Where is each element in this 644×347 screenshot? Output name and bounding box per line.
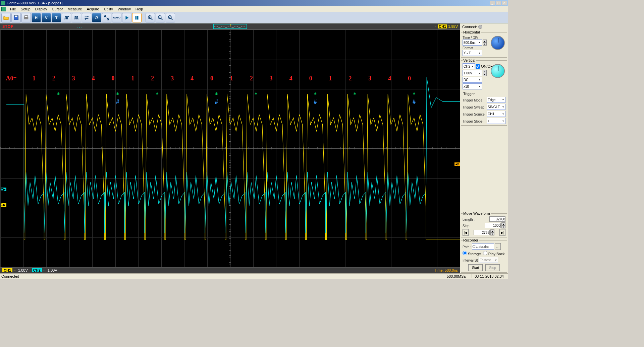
move-last-button[interactable]: ▶| xyxy=(499,229,505,236)
zoomfit-button[interactable] xyxy=(166,13,175,22)
svg-rect-4 xyxy=(136,16,137,19)
position-input[interactable] xyxy=(474,230,490,235)
trigger-source-select[interactable]: CH1 xyxy=(487,111,505,117)
menu-setup[interactable]: Setup xyxy=(19,7,33,11)
menu-file[interactable]: File xyxy=(8,7,18,11)
menu-measure[interactable]: Measure xyxy=(66,7,84,11)
scope-top-strip: STOP ⎍⎍ ↑ CH1 1.95V xyxy=(0,23,460,29)
channel-select[interactable]: CH2 xyxy=(463,63,475,69)
doc-icon xyxy=(1,7,6,11)
save-button[interactable] xyxy=(11,13,21,22)
interval-select: Fastest xyxy=(479,257,498,263)
horizontal-group: Horizontal Time / DIV 500.0ns▲▼ Format Y… xyxy=(461,30,507,58)
r-button[interactable]: R xyxy=(92,13,101,22)
svg-point-8 xyxy=(168,15,171,18)
resize-button[interactable] xyxy=(102,13,111,22)
menu-acquire[interactable]: Acquire xyxy=(85,7,101,11)
minimize-button[interactable]: _ xyxy=(490,1,495,5)
status-bar: Connected 500.00MSa 03-11-2018 02:34 xyxy=(0,273,508,279)
swap-button[interactable] xyxy=(82,13,91,22)
play-button[interactable] xyxy=(122,13,131,22)
menu-utility[interactable]: Utility xyxy=(102,7,115,11)
zoomout-button[interactable] xyxy=(156,13,165,22)
trigger-channel: CH1 xyxy=(438,24,447,28)
pulse1-button[interactable] xyxy=(62,13,71,22)
recorder-start-button[interactable]: Start xyxy=(468,264,483,271)
trigger-sweep-select[interactable]: SINGLE xyxy=(487,104,505,110)
side-panel: Connect: Horizontal Time / DIV 500.0ns▲▼… xyxy=(460,23,508,273)
playback-radio[interactable] xyxy=(483,251,487,255)
overview-window[interactable] xyxy=(213,24,247,29)
status-connected: Connected xyxy=(1,274,19,278)
menu-window[interactable]: Window xyxy=(116,7,133,11)
maximize-button[interactable]: □ xyxy=(496,1,501,5)
run-status: STOP xyxy=(2,24,14,28)
t-cursor-button[interactable]: T xyxy=(52,13,61,22)
coupling-select[interactable]: DC xyxy=(463,77,482,83)
zoomin-button[interactable] xyxy=(146,13,155,22)
title-bar: Hantek-6000 Ver2.1.34 - [Scope1] _ □ ✕ xyxy=(0,0,508,6)
svg-rect-5 xyxy=(137,16,139,19)
move-waveform-group: Move Waveform Length : Step ▲▼ |◀ ▲▼ ▶| xyxy=(461,211,507,237)
browse-button[interactable]: … xyxy=(495,243,501,250)
ch2-vdiv: 1.00V xyxy=(48,268,57,272)
probe-select[interactable]: x10 xyxy=(463,83,482,89)
pulse-icon: ⎍⎍ xyxy=(77,25,82,28)
timebase-readout: Time: 500.0ns xyxy=(435,268,458,272)
menu-help[interactable]: Help xyxy=(133,7,145,11)
channel-onoff[interactable] xyxy=(476,64,480,69)
menu-display[interactable]: Display xyxy=(33,7,49,11)
svg-rect-3 xyxy=(25,15,28,17)
window-title: Hantek-6000 Ver2.1.34 - [Scope1] xyxy=(7,1,62,5)
vdiv-select[interactable]: 1.00V xyxy=(463,70,482,76)
recorder-group: Recorder Path : … Storage Play Back Inte… xyxy=(461,238,507,273)
pause-button[interactable] xyxy=(132,13,142,22)
vertical-group: Vertical CH2 ON/OFF 1.00V▲▼ DC x10 xyxy=(461,58,507,91)
trigger-group: Trigger Trigger Mode Edge Trigger Sweep … xyxy=(461,92,507,126)
print-button[interactable] xyxy=(21,13,31,22)
timebase-knob[interactable] xyxy=(491,36,505,50)
step-input[interactable] xyxy=(485,223,501,228)
storage-radio[interactable] xyxy=(463,251,467,255)
status-rate: 500.00MSa xyxy=(444,274,468,278)
app-icon xyxy=(1,1,5,5)
timebase-select[interactable]: 500.0ns xyxy=(463,40,482,46)
toolbar: H V T R AUTO xyxy=(0,12,508,23)
connect-label: Connect: xyxy=(462,25,477,29)
length-input[interactable] xyxy=(489,216,505,222)
ch1-label: CH1 xyxy=(2,268,12,272)
trigger-level: 1.95V xyxy=(448,24,458,28)
v-cursor-button[interactable]: V xyxy=(42,13,51,22)
menu-bar: File Setup Display Cursor Measure Acquir… xyxy=(0,6,508,12)
status-datetime: 03-11-2018 02:34 xyxy=(472,274,506,278)
trigger-edge-icon: ↑ xyxy=(435,24,437,28)
connect-indicator xyxy=(478,25,482,29)
path-input xyxy=(472,244,494,250)
recorder-stop-button: Stop xyxy=(485,264,500,271)
trigger-mode-select[interactable]: Edge xyxy=(487,97,505,103)
ch2-label: CH2 xyxy=(32,268,42,272)
menu-cursor[interactable]: Cursor xyxy=(50,7,65,11)
vertical-knob[interactable] xyxy=(491,64,505,78)
open-button[interactable] xyxy=(1,13,11,22)
close-button[interactable]: ✕ xyxy=(502,1,507,5)
ch1-vdiv: 1.00V xyxy=(18,268,28,272)
auto-button[interactable]: AUTO xyxy=(112,13,121,22)
format-select[interactable]: Y - T xyxy=(463,50,482,56)
h-cursor-button[interactable]: H xyxy=(32,13,41,22)
scope-bottom-strip: CH1≂1.00V CH2≂1.00V Time: 500.0ns xyxy=(0,267,460,273)
svg-rect-1 xyxy=(15,15,17,17)
scope-display[interactable]: 1▶ 2▶ ◀T A0=12340123401234012340********… xyxy=(0,29,460,267)
trigger-slope-select[interactable]: + xyxy=(487,118,505,124)
move-first-button[interactable]: |◀ xyxy=(463,229,469,236)
pulse2-button[interactable] xyxy=(72,13,81,22)
